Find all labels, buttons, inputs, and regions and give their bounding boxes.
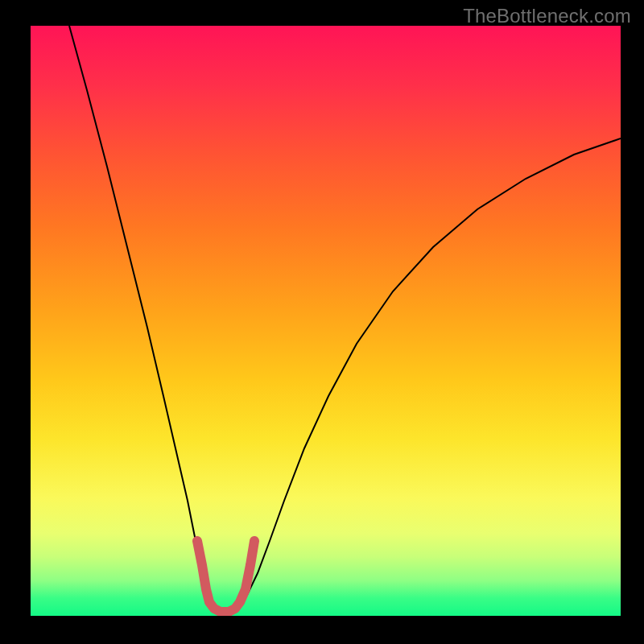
main-curve bbox=[69, 26, 621, 613]
valley-highlight bbox=[197, 541, 254, 612]
watermark-text: TheBottleneck.com bbox=[463, 5, 631, 27]
chart-svg bbox=[31, 26, 621, 616]
plot-area bbox=[31, 26, 621, 616]
